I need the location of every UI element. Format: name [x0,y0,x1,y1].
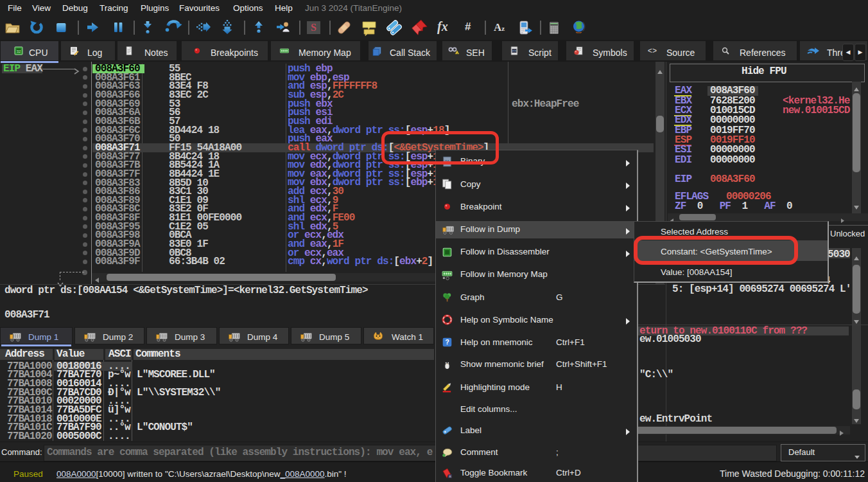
svg-text:32: 32 [17,49,21,53]
svg-text:<>: <> [648,47,657,56]
svg-text:n: n [449,474,451,478]
svg-text:?: ? [445,339,449,346]
svg-text:<>: <> [512,49,517,53]
